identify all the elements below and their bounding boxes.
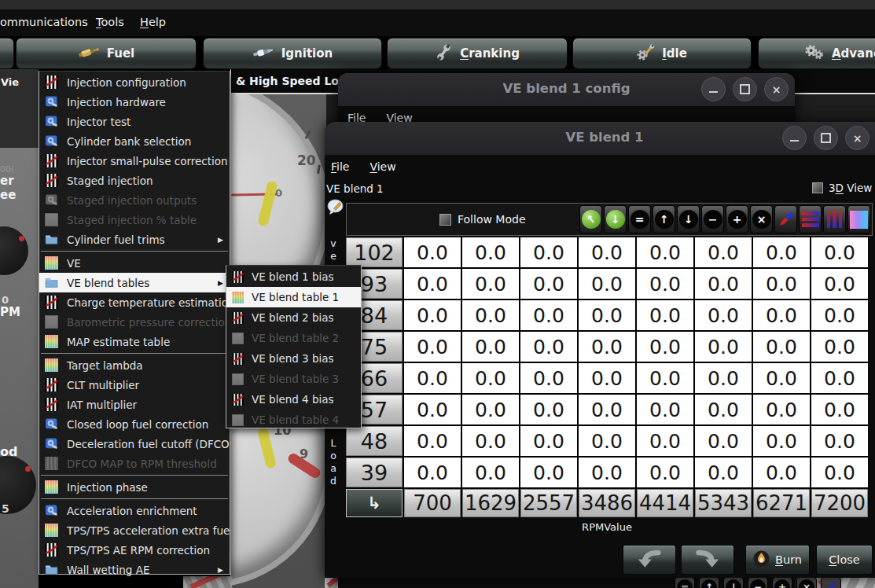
tab-cranking[interactable]: Cranking: [387, 38, 568, 69]
table-cell[interactable]: 0.0: [579, 458, 635, 487]
table-cell[interactable]: 0.0: [637, 426, 693, 456]
table-cell[interactable]: 0.0: [520, 237, 577, 267]
tab-fuel[interactable]: Fuel: [16, 38, 197, 69]
table-cell[interactable]: 0.0: [753, 269, 810, 299]
menu-item-injection-configuration[interactable]: Injection configuration: [39, 72, 230, 92]
table-cell[interactable]: 0.0: [753, 426, 810, 456]
col-header-cell[interactable]: 2557: [520, 489, 577, 517]
menu-item-ve-blend-4-bias[interactable]: VE blend 4 bias: [226, 389, 361, 410]
menu-item-iat-multiplier[interactable]: IAT multiplier: [39, 395, 230, 414]
menu-item-ve-blend-3-bias[interactable]: VE blend 3 bias: [226, 348, 361, 369]
tab-ignition[interactable]: Ignition: [203, 38, 382, 69]
table-cell[interactable]: 0.0: [695, 395, 752, 424]
tab-edge-partial[interactable]: [0, 38, 14, 69]
edit-note-icon[interactable]: [327, 198, 345, 216]
table-cell[interactable]: 0.0: [579, 300, 635, 330]
menu-item-injector-small-pulse-correction[interactable]: Injector small-pulse correction: [39, 151, 230, 171]
menu-item-injection-hardware[interactable]: Injection hardware: [39, 92, 230, 112]
table-cell[interactable]: 0.0: [404, 269, 461, 299]
table-cell[interactable]: 0.0: [811, 458, 868, 487]
menu-item-acceleration-enrichment[interactable]: Acceleration enrichment: [39, 501, 230, 520]
gradient-fill-button[interactable]: [847, 205, 870, 233]
redo-button[interactable]: [681, 545, 734, 575]
table-cell[interactable]: 0.0: [695, 269, 752, 299]
col-header-cell[interactable]: 4414: [637, 489, 693, 517]
menu-item-staged-injection[interactable]: Staged injection: [39, 171, 230, 190]
config-titlebar[interactable]: VE blend 1 config ×: [338, 73, 795, 106]
close-button[interactable]: ×: [845, 126, 869, 150]
table-cell[interactable]: 0.0: [695, 363, 752, 393]
menu-item-clt-multiplier[interactable]: CLT multiplier: [39, 375, 230, 395]
burn-button[interactable]: Burn: [745, 545, 810, 575]
col-header-cell[interactable]: 7200: [811, 489, 868, 517]
table-cell[interactable]: 0.0: [462, 332, 519, 362]
table-cell[interactable]: 0.0: [404, 395, 461, 424]
table-cell[interactable]: 0.0: [462, 269, 519, 299]
col-header-cell[interactable]: 6271: [753, 489, 810, 517]
table-cell[interactable]: 0.0: [462, 300, 519, 330]
menu-item-ve-blend-tables[interactable]: VE blend tables▶: [39, 273, 230, 292]
table-cell[interactable]: 0.0: [579, 269, 635, 299]
view3d-checkbox[interactable]: [812, 182, 823, 193]
table-cell[interactable]: 0.0: [753, 395, 810, 424]
menu-help[interactable]: Help: [140, 16, 166, 28]
table-cell[interactable]: 0.0: [520, 426, 577, 456]
col-header-cell[interactable]: 3486: [579, 489, 635, 517]
revert-down-button[interactable]: ↓: [604, 205, 627, 233]
table-cell[interactable]: 0.0: [637, 300, 693, 330]
table-cell[interactable]: 0.0: [637, 332, 693, 362]
table-cell[interactable]: 0.0: [520, 300, 577, 330]
table-cell[interactable]: 0.0: [753, 363, 810, 393]
menu-item-target-lambda[interactable]: Target lambda: [39, 355, 230, 375]
menu-tools[interactable]: Tools: [96, 16, 124, 28]
table-cell[interactable]: 0.0: [520, 363, 577, 393]
interpolate-columns-button[interactable]: [823, 205, 846, 233]
decrement-button[interactable]: ↓: [723, 577, 744, 588]
table-cell[interactable]: 0.0: [404, 300, 461, 330]
table-cell[interactable]: 0.0: [520, 269, 577, 299]
table-cell[interactable]: 0.0: [462, 237, 519, 267]
table-cell[interactable]: 0.0: [520, 395, 577, 424]
maximize-button[interactable]: [814, 126, 838, 150]
minus-button[interactable]: −: [748, 577, 768, 588]
clear-button[interactable]: ×: [750, 205, 773, 233]
table-cell[interactable]: 0.0: [753, 332, 810, 362]
menu-item-ve-blend-2-bias[interactable]: VE blend 2 bias: [226, 307, 361, 328]
table-cell[interactable]: 0.0: [811, 332, 868, 362]
menu-item-charge-temperature-estimation[interactable]: Charge temperature estimation: [39, 292, 230, 312]
table-cell[interactable]: 0.0: [637, 458, 693, 487]
table-cell[interactable]: 0.0: [579, 332, 635, 362]
menu-item-wall-wetting-ae[interactable]: Wall wetting AE▶: [39, 560, 230, 579]
table-cell[interactable]: 0.0: [462, 458, 519, 487]
table-cell[interactable]: 0.0: [462, 363, 519, 393]
menu-item-closed-loop-fuel-correction[interactable]: Closed loop fuel correction: [39, 414, 230, 434]
table-cell[interactable]: 0.0: [404, 363, 461, 393]
menu-item-ve[interactable]: VE: [39, 253, 230, 273]
follow-mode-checkbox[interactable]: [439, 214, 451, 226]
menu-item-ve-blend-table-1[interactable]: VE blend table 1: [226, 287, 361, 307]
table-cell[interactable]: 0.0: [811, 269, 868, 299]
menu-item-injection-phase[interactable]: Injection phase: [39, 477, 230, 497]
table-cell[interactable]: 0.0: [637, 363, 693, 393]
table-cell[interactable]: 0.0: [695, 458, 752, 487]
menu-communications[interactable]: ommunications: [0, 16, 88, 28]
revert-up-button[interactable]: ↑: [579, 205, 602, 233]
col-header-cell[interactable]: 5343: [695, 489, 752, 517]
table-cell[interactable]: 0.0: [695, 332, 752, 362]
table-cell[interactable]: 0.0: [811, 300, 868, 330]
plus-button[interactable]: +: [726, 205, 748, 233]
col-header-cell[interactable]: 1629: [462, 489, 519, 517]
minimize-button[interactable]: [701, 77, 726, 101]
minimize-button[interactable]: [782, 126, 807, 150]
ve-menu-file[interactable]: File: [331, 160, 349, 173]
table-cell[interactable]: 0.0: [404, 426, 461, 456]
close-window-button[interactable]: Close: [816, 545, 873, 575]
row-header-cell[interactable]: 102: [346, 237, 403, 267]
table-cell[interactable]: 0.0: [462, 426, 519, 456]
table-cell[interactable]: 0.0: [637, 395, 693, 424]
row-header-cell[interactable]: 48: [346, 426, 403, 456]
plus-button[interactable]: +: [772, 577, 792, 588]
menu-item-deceleration-fuel-cutoff-dfco[interactable]: Deceleration fuel cutoff (DFCO): [39, 434, 230, 454]
menu-item-cylinder-bank-selection[interactable]: Cylinder bank selection: [39, 131, 230, 151]
tab-idle[interactable]: Idle: [572, 38, 752, 69]
